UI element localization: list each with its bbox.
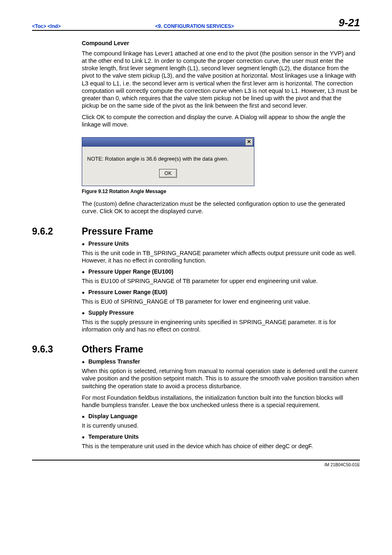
dialog-note-text: NOTE: Rotation angle is 36.6 degree(s) w… [87, 156, 249, 162]
bumpless-transfer-heading: ●Bumpless Transfer [82, 358, 360, 365]
page-header: <Toc> <Ind> <9. CONFIGURATION SERVICES> … [32, 16, 360, 31]
pressure-upper-label: Pressure Upper Range (EU100) [88, 268, 173, 275]
temperature-units-text: This is the temperature unit used in the… [82, 442, 360, 450]
supply-pressure-heading: ●Supply Pressure [82, 309, 360, 316]
pressure-units-heading: ●Pressure Units [82, 240, 360, 247]
pressure-upper-heading: ●Pressure Upper Range (EU100) [82, 268, 360, 275]
pressure-units-label: Pressure Units [88, 240, 129, 247]
pressure-upper-text: This is EU100 of SPRING_RANGE of TB para… [82, 277, 360, 285]
pressure-lower-text: This is EU0 of SPRING_RANGE of TB parame… [82, 298, 360, 305]
section-number-962: 9.6.2 [32, 226, 82, 237]
dialog-titlebar: ✕ [82, 138, 254, 147]
temperature-units-heading: ●Temperature Units [82, 433, 360, 440]
bumpless-transfer-p2: For most Foundation fieldbus installatio… [82, 394, 360, 409]
display-language-heading: ●Display Language [82, 413, 360, 419]
compound-lever-p2: Click OK to compute the correction and d… [82, 113, 360, 128]
section-number-963: 9.6.3 [32, 344, 82, 355]
footer-rule [32, 460, 360, 461]
ind-link[interactable]: <Ind> [48, 23, 61, 29]
dialog-window: ✕ NOTE: Rotation angle is 36.6 degree(s)… [82, 137, 254, 186]
display-language-label: Display Language [88, 413, 138, 419]
pressure-lower-heading: ●Pressure Lower Range (EU0) [82, 289, 360, 295]
rotation-angle-dialog-figure: ✕ NOTE: Rotation angle is 36.6 degree(s)… [82, 137, 360, 186]
toc-link[interactable]: <Toc> [32, 23, 46, 29]
after-figure-text: The (custom) define characterization mus… [82, 200, 360, 215]
section-title-pressure-frame: Pressure Frame [82, 226, 153, 237]
header-section: <9. CONFIGURATION SERVICES> [155, 23, 234, 29]
bumpless-transfer-label: Bumpless Transfer [88, 358, 140, 365]
bumpless-transfer-p1: When this option is selected, returning … [82, 367, 360, 389]
pressure-lower-label: Pressure Lower Range (EU0) [88, 289, 167, 295]
footer-document-id: IM 21B04C50-01E [32, 462, 360, 467]
section-title-others-frame: Others Frame [82, 344, 143, 355]
ok-button[interactable]: OK [159, 169, 177, 177]
display-language-text: It is currently unused. [82, 422, 360, 429]
supply-pressure-label: Supply Pressure [88, 309, 134, 316]
close-icon[interactable]: ✕ [245, 138, 253, 145]
figure-caption: Figure 9.12 Rotation Angle Message [82, 189, 360, 194]
compound-lever-heading: Compound Lever [82, 40, 360, 46]
compound-lever-p1: The compound linkage has Lever1 attached… [82, 50, 360, 109]
page-number: 9-21 [339, 16, 360, 29]
pressure-units-text: This is the unit code in TB_SPRING_RANGE… [82, 249, 360, 264]
supply-pressure-text: This is the supply pressure in engineeri… [82, 318, 360, 333]
temperature-units-label: Temperature Units [88, 433, 139, 440]
